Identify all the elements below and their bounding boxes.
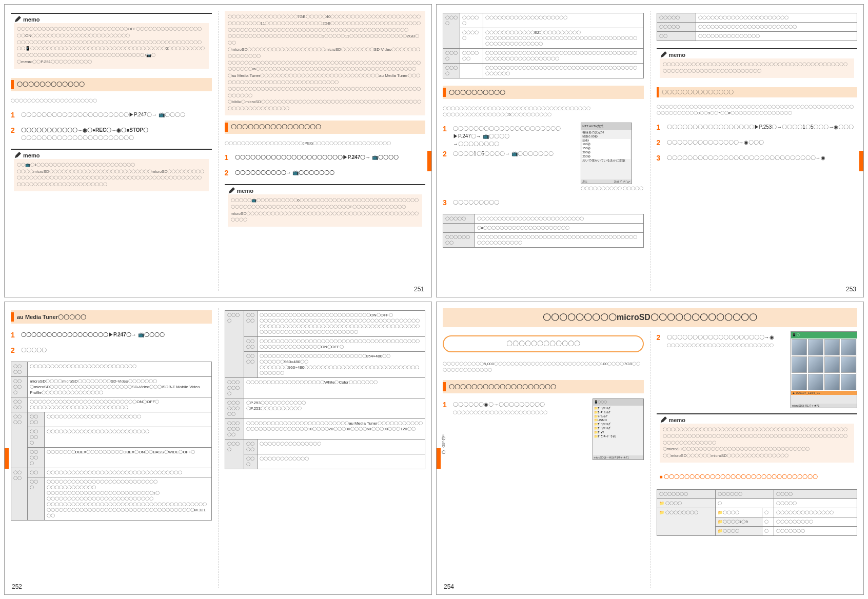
table-cell: 〇〇〇〇〇〇〇〇〇〇〇〇〇〇〇〇〇〇〇〇〇〇〇〇〇〇〇〇〇〇〇〇〇〇〇〇〇〇〇〇…: [483, 64, 643, 78]
list-item: 📁ﾃﾞｮｳ: [594, 431, 642, 435]
table-cell: 〇〇〇〇: [244, 311, 257, 337]
caption: 〇〇〇〇〇〇〇〇〇〇 〇〇〇〇〇: [581, 186, 643, 192]
table-cell: 〇: [715, 498, 774, 508]
table-cell: 〇〇: [657, 32, 696, 41]
step-3: 3〇〇〇〇〇〇〇〇〇: [443, 198, 644, 207]
thumbnail: [808, 356, 823, 373]
table-cell: 〇〇〇〇: [225, 311, 244, 378]
thumbnail: [824, 356, 840, 373]
step-2: 2〇〇〇〇〇: [11, 346, 212, 354]
page-number: 253: [846, 286, 856, 293]
table-cell: 〇〇〇〇〇〇〇: [774, 526, 857, 535]
table-cell: 〇〇〇〇〇〇〇〇〇〇〇〇〇〇〇〇〇〇〇White〇Color〇〇〇〇〇〇〇: [244, 378, 425, 398]
table-cell: 〇〇〇〇〇〇〇〇〇〇〇〇〇〇〇〇〇〇〇〇〇〇〇〇〇〇〇〇〇〇〇〇〇〇〇〇〇〇〇〇…: [475, 233, 643, 248]
table-cell: microSD〇〇〇〇microSD〇〇〇〇〇〇〇〇SD-Video〇〇〇〇〇〇…: [28, 377, 211, 397]
table-cell: 〇〇〇〇〇〇〇〇〇〇〇〇〇〇〇〇〇〇〇〇〇〇〇〇〇〇: [475, 214, 643, 224]
pencil-icon: [660, 416, 667, 424]
table-cell: 〇〇〇〇〇: [11, 377, 28, 397]
subtitle-band: 〇〇〇〇〇〇〇〇〇〇〇〇: [443, 335, 644, 352]
notes: 〇〇〇〇〇〇〇〇〇〇〇〇〇〇〇〇〇〇〇〇〇〇〇〇〇〇〇〇〇〇〇〇〇〇〇〇〇〇〇〇…: [657, 104, 858, 116]
table-cell: 〇〇〇〇: [11, 412, 28, 468]
table-cell: 〇〇〇〇〇〇〇〇〇〇〇〇〇〇〇: [257, 440, 425, 454]
table-cell: 〇〇〇〇〇〇〇: [225, 378, 244, 398]
thumb-info: ▲ 090107_1154_01: [791, 391, 857, 395]
table-cell: 📁〇〇〇〇: [715, 508, 762, 517]
table-cell: 〇〇〇〇〇〇〇〇〇〇〇〇〇〇: [774, 508, 857, 517]
intro-text: 〇〇〇〇〇〇〇〇〇〇5,000〇〇〇〇〇〇〇〇〇〇〇〇〇〇〇〇〇〇〇〇〇〇〇〇〇…: [443, 361, 644, 373]
device-screenshot: 📱〇〇〇 📁ﾃﾞｰﾀﾌｫﾙﾀﾞ 📁ｴｰｺﾞﾌｫﾙﾀﾞ 📁ﾏｲﾌｫﾙﾀﾞ 📁LIS…: [593, 398, 644, 460]
list-item: 250秒: [582, 155, 630, 159]
thumbnail: [824, 339, 840, 355]
step-1: 1〇〇〇〇〇〇◉〇→〇〇〇〇〇〇〇〇〇〇〇〇〇〇〇〇〇〇〇〇〇〇〇〇〇〇〇〇〇〇…: [443, 401, 588, 416]
step-text: 〇〇〇〇〇〇〇〇〇〇→ 📺〇〇〇〇〇〇〇: [235, 169, 426, 177]
memo-body: 〇〇〇〇〇〇〇〇〇〇〇〇〇〇〇〇〇〇〇〇〇〇〇〇〇〇〇〇〇〇〇〇〇〇〇〇〇〇〇〇…: [660, 58, 855, 78]
page-254: 〇〇〇〇〇〇〇〇〇microSD〇〇〇〇〇〇〇〇〇〇〇〇〇 〇〇〇〇〇〇〇〇〇m…: [436, 302, 864, 595]
table-cell: 〇〇〇〇: [11, 362, 28, 377]
table-cell: 〇〇〇〇〇〇〇〇〇〇〇〇〇〇〇〇〇〇〇〇〇〇〇〇〇〇854×480〇〇 〇〇〇〇…: [257, 352, 425, 378]
margin-label: 〇〇〇〇〇〇〇〇〇microSD〇〇〇〇〇〇〇〇〇〇〇〇〇: [441, 434, 446, 448]
step-sub: 〇〇〇〇〇〇〇〇〇〇〇〇〇〇〇〇〇〇〇〇〇〇〇〇〇〇: [667, 343, 774, 348]
table-cell: 〇〇〇〇〇〇〇〇〇〇〇〇〇〇〇〇〇〇〇〇〇〇〇: [44, 412, 211, 427]
table-cell: 〇〇〇: [244, 454, 257, 469]
table-cell: 〇〇〇〇〇〇〇〇〇〇〇〇〇〇〇: [696, 32, 857, 41]
thumbnail-grid-screenshot: 📱 〇 ▲ 090107_1154_01 microSD詳 R1ｽﾃｨ-カ71: [791, 331, 857, 408]
table-cell: 〇〇〇〇〇〇〇〇〇〇〇〇〇〇〇〇〇〇〇〇〇〇〇〇〇〇〇ON〇OFF〇 〇〇〇〇〇…: [257, 311, 425, 337]
step-text: 〇〇〇〇〇〇〇〇〇〇〇〇〇〇〇〇〇〇〇〇〇〇〇〇〇〇〇〇〇→◉: [667, 154, 858, 162]
thumbnail: [841, 356, 856, 373]
table-header: 〇〇〇〇〇〇: [715, 489, 774, 498]
section-subtitle: 〇〇〇〇〇〇〇〇〇〇〇〇〇〇〇〇〇〇〇〇〇: [11, 98, 212, 104]
page-number: 254: [444, 583, 454, 590]
pencil-icon: [14, 152, 21, 159]
side-tab: [5, 448, 9, 469]
softkey: 詳細 ﾌﾟﾚﾋﾞｭｰ: [614, 180, 630, 183]
table-cell: 📁〇〇〇〇: [715, 526, 762, 535]
list-item: 200秒: [582, 151, 630, 155]
memo-box: memo 〇〇〇〇〇〇〇〇〇〇〇〇〇〇〇〇〇〇〇〇〇〇〇〇〇〇〇〇〇〇〇〇〇〇〇…: [657, 48, 858, 80]
sub-heading: 〇〇〇〇〇〇〇〇〇〇〇〇〇〇: [657, 87, 858, 97]
screenshot-body: 番組名の設定01 秒数0.00秒 50秒 100秒 150秒 200秒 250秒…: [581, 130, 632, 179]
memo-label: memo: [237, 188, 253, 194]
pencil-icon: [660, 51, 667, 58]
settings-table-2: 〇〇〇〇〇〇〇〇〇〇〇〇〇〇〇〇〇〇〇〇〇〇〇〇〇〇〇〇〇〇〇〇〇〇〇ON〇OF…: [225, 310, 426, 469]
table-cell: 〇〇〇〇: [443, 64, 460, 78]
section-heading: au Media Tuner〇〇〇〇〇: [11, 310, 212, 324]
step-sub: 〇〇〇〇〇〇〇〇〇〇〇〇〇〇〇〇〇〇〇〇〇〇: [21, 135, 134, 141]
table-cell: 〇〇〇〇〇〇〇〇〇〇〇〇〇〇〇〇〇〇〇〇〇〇〇〇〇: [44, 427, 211, 448]
table-cell: 〇〇〇〇〇〇〇〇: [225, 419, 244, 440]
list-item: 📁ﾃﾞｰﾀﾌｫﾙﾀﾞ: [594, 427, 642, 431]
table-cell: 〇〇〇〇〇〇〇〇〇〇〇〇〇〇〇〇〇〇〇〇〇〇〇〇〇〇: [28, 362, 211, 377]
section-heading: 〇〇〇〇〇〇〇〇〇〇〇〇〇〇〇〇: [225, 121, 426, 134]
step-1: 1〇〇〇〇〇〇〇〇〇〇〇〇〇〇〇〇〇▶P.247〇→ 📺〇〇〇〇: [11, 331, 212, 339]
table-cell: 〇〇〇〇: [244, 352, 257, 378]
table-cell: 〇P.253〇〇〇〇〇〇〇〇〇〇〇 〇P.253〇〇〇〇〇〇〇〇〇〇: [244, 398, 425, 419]
step-text: 〇〇〇〇〇: [21, 346, 212, 354]
table-cell: 〇〇〇〇〇: [28, 427, 44, 448]
thumb-header: 📱 〇: [791, 332, 857, 338]
table-cell: 〇〇〇〇: [225, 440, 244, 469]
step-text: 〇〇〇〇〇〇〇〇〇〇〇〇〇〇〇〇〇▶P.247〇→ 📺〇〇〇〇: [21, 331, 212, 339]
section-heading: 〇〇〇〇〇〇〇〇〇〇: [443, 86, 644, 99]
pencil-icon: [14, 16, 21, 23]
memo-box: memo 〇〇〇〇〇〇〇〇〇〇〇〇〇〇〇〇〇〇〇〇〇〇〇〇〇〇〇〇〇〇〇〇〇〇〇…: [657, 413, 858, 465]
table-cell: 📁 〇〇〇〇〇〇〇〇: [657, 508, 715, 535]
step-text: 〇〇〇〇〇〇〇〇〇: [453, 198, 644, 207]
step-text: 〇〇〇〇〇〇◉〇→〇〇〇〇〇〇〇〇〇: [453, 402, 545, 407]
table-cell: 〇〇〇: [28, 477, 44, 521]
step-2: 2〇〇〇〇〇〇〇〇〇〇→ 📺〇〇〇〇〇〇〇: [225, 169, 426, 177]
list-item: おいで僕かいているあかに変數: [582, 159, 630, 163]
section-heading: 〇〇〇〇〇〇〇〇〇〇〇〇: [11, 78, 212, 91]
table-cell: 〇〇〇〇〇〇〇〇〇〇〇〇: [257, 454, 425, 469]
memo-body: 〇〇〇〇〇〇〇〇〇〇〇〇〇〇〇〇〇〇〇〇〇〇〇〇〇〇〇〇〇〇〇〇〇〇〇〇〇〇〇〇…: [660, 424, 855, 463]
step-text: 〇〇〇〇〇〇〇〇〇〇〇〇〇〇〇〇〇〇〇〇〇▶P.247〇→ 📺〇〇〇〇 →〇〇〇…: [453, 125, 577, 148]
side-tab: [427, 151, 431, 171]
step-2: 2〇〇〇〇〇〇〇〇〇〇〇→◉〇●REC〇→◉〇■STOP〇〇〇〇〇〇〇〇〇〇〇〇…: [11, 126, 212, 142]
page-number: 251: [414, 286, 424, 293]
table-cell: 〇: [762, 526, 774, 535]
table-cell: 〇〇〇〇〇: [657, 23, 696, 32]
table-cell: 〇〇〇〇〇〇〇〇〇〇〇〇〇〇〇〇〇〇〇〇〇〇〇〇〇〇〇 〇〇〇〇〇〇〇〇〇〇〇〇…: [44, 477, 211, 521]
thumbnail: [792, 374, 807, 390]
table-cell: 〇〇〇〇〇: [28, 448, 44, 468]
step-text: 〇〇〇〇〇〇〇〇〇〇〇→◉〇●REC〇→◉〇■STOP〇: [21, 127, 148, 133]
options-table: 〇〇〇〇〇〇〇〇〇〇〇〇〇〇〇〇〇〇〇〇〇〇〇〇〇〇〇〇〇〇〇 〇#〇〇〇〇〇〇…: [443, 214, 644, 248]
step-2: 2〇〇〇〇〇〇〇〇〇〇〇〇〇〇〇〇〇〇〇→◉〇〇〇〇〇〇〇〇〇〇〇〇〇〇〇〇〇〇…: [657, 333, 787, 349]
